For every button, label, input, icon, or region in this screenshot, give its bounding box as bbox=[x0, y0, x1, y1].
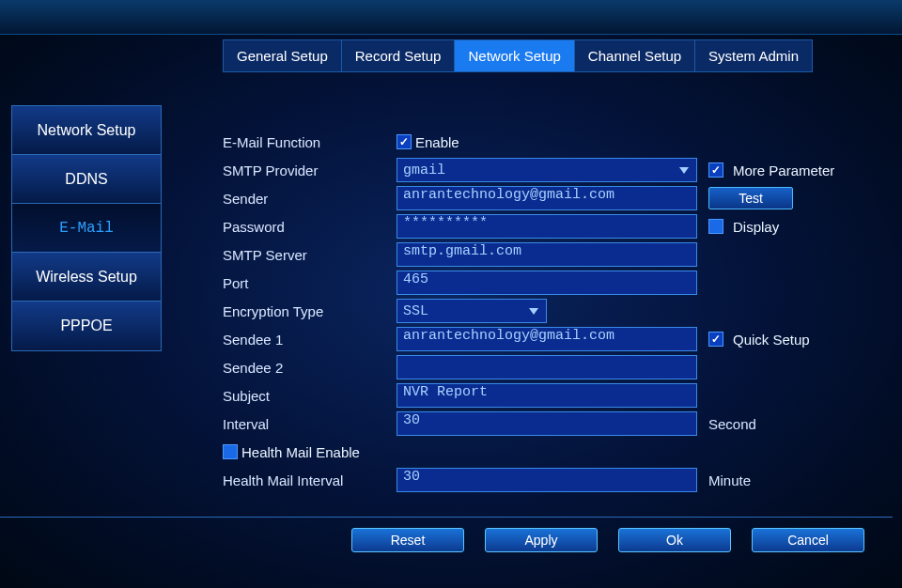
input-sendee2[interactable] bbox=[397, 355, 697, 379]
input-interval[interactable]: 30 bbox=[397, 411, 697, 436]
sidebar-item-email[interactable]: E-Mail bbox=[12, 204, 161, 253]
top-tabs: General Setup Record Setup Network Setup… bbox=[223, 39, 813, 72]
label-health-mail-enable: Health Mail Enable bbox=[241, 444, 360, 460]
ok-button[interactable]: Ok bbox=[618, 528, 731, 552]
sidebar: Network Setup DDNS E-Mail Wireless Setup… bbox=[11, 105, 162, 351]
chevron-down-icon bbox=[679, 167, 689, 174]
select-encryption-type-value: SSL bbox=[403, 303, 428, 319]
input-sendee1[interactable]: anrantechnology@gmail.com bbox=[397, 327, 697, 351]
checkbox-display[interactable] bbox=[708, 219, 723, 234]
input-health-mail-interval[interactable]: 30 bbox=[397, 468, 697, 492]
select-encryption-type[interactable]: SSL bbox=[397, 299, 547, 323]
cancel-button[interactable]: Cancel bbox=[752, 528, 864, 552]
checkbox-more-parameter[interactable]: ✓ bbox=[708, 162, 723, 178]
checkbox-enable[interactable]: ✓ bbox=[397, 134, 412, 149]
label-interval: Interval bbox=[223, 416, 397, 432]
sidebar-item-wireless-setup[interactable]: Wireless Setup bbox=[12, 253, 161, 302]
label-port: Port bbox=[223, 275, 397, 291]
select-smtp-provider-value: gmail bbox=[403, 162, 445, 178]
label-enable: Enable bbox=[415, 134, 459, 150]
email-settings-form: E-Mail Function ✓ Enable SMTP Provider g… bbox=[223, 128, 876, 494]
input-subject[interactable]: NVR Report bbox=[397, 383, 697, 408]
label-quick-setup: Quick Setup bbox=[733, 332, 810, 348]
tab-system-admin[interactable]: System Admin bbox=[695, 40, 812, 71]
label-smtp-provider: SMTP Provider bbox=[223, 162, 397, 178]
label-sender: Sender bbox=[223, 191, 397, 207]
sidebar-item-pppoe[interactable]: PPPOE bbox=[12, 302, 161, 350]
tab-record-setup[interactable]: Record Setup bbox=[342, 40, 456, 71]
label-display: Display bbox=[733, 219, 779, 235]
label-health-mail-interval: Health Mail Interval bbox=[223, 472, 397, 488]
tab-channel-setup[interactable]: Channel Setup bbox=[575, 40, 695, 71]
checkbox-health-mail-enable[interactable] bbox=[223, 444, 238, 459]
label-encryption-type: Encryption Type bbox=[223, 303, 397, 319]
test-button[interactable]: Test bbox=[708, 187, 793, 209]
reset-button[interactable]: Reset bbox=[351, 528, 464, 552]
chevron-down-icon bbox=[529, 308, 538, 315]
input-password[interactable]: ********** bbox=[397, 214, 697, 239]
label-subject: Subject bbox=[223, 388, 397, 404]
button-bar: Reset Apply Ok Cancel bbox=[351, 518, 864, 552]
label-sendee1: Sendee 1 bbox=[223, 332, 397, 348]
input-smtp-server[interactable]: smtp.gmail.com bbox=[397, 242, 697, 267]
label-smtp-server: SMTP Server bbox=[223, 247, 397, 263]
tab-network-setup[interactable]: Network Setup bbox=[455, 40, 574, 71]
select-smtp-provider[interactable]: gmail bbox=[397, 158, 697, 182]
label-second: Second bbox=[708, 416, 756, 432]
label-minute: Minute bbox=[708, 472, 751, 488]
sidebar-item-network-setup[interactable]: Network Setup bbox=[12, 106, 161, 155]
input-sender[interactable]: anrantechnology@gmail.com bbox=[397, 186, 697, 210]
checkbox-quick-setup[interactable]: ✓ bbox=[708, 332, 723, 347]
input-port[interactable]: 465 bbox=[397, 271, 697, 295]
apply-button[interactable]: Apply bbox=[485, 528, 598, 552]
label-email-function: E-Mail Function bbox=[223, 134, 397, 150]
label-sendee2: Sendee 2 bbox=[223, 360, 397, 376]
label-more-parameter: More Parameter bbox=[733, 162, 834, 178]
label-password: Password bbox=[223, 219, 397, 235]
sidebar-item-ddns[interactable]: DDNS bbox=[12, 155, 161, 204]
tab-general-setup[interactable]: General Setup bbox=[224, 40, 342, 71]
